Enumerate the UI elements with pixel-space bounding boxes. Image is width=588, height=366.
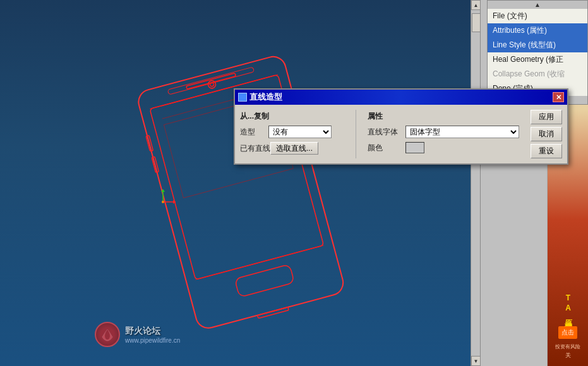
- scroll-track[interactable]: [471, 10, 481, 356]
- color-row: 颜色: [368, 142, 519, 153]
- watermark-site: 野火论坛: [125, 326, 180, 337]
- apply-button[interactable]: 应用: [531, 110, 562, 124]
- shape-select[interactable]: 没有: [268, 126, 332, 138]
- menu-item-attributes[interactable]: Attributes (属性): [488, 23, 587, 38]
- select-line-button[interactable]: 选取直线...: [270, 142, 318, 155]
- shape-row: 造型 没有: [240, 126, 344, 138]
- cancel-button[interactable]: 取消: [531, 127, 562, 141]
- column-divider: [356, 110, 356, 158]
- svg-point-14: [210, 82, 214, 86]
- ad-title: TA原油直播室: [563, 293, 573, 320]
- menu-scroll-up[interactable]: ▲: [488, 1, 587, 9]
- svg-line-10: [196, 245, 324, 280]
- dialog-col-left: 从...复制 造型 没有 已有直线 选取直线...: [240, 110, 344, 158]
- dialog-title-icon: [238, 93, 247, 102]
- menu-item-file[interactable]: File (文件): [488, 9, 587, 23]
- viewport-scrollbar[interactable]: ▲ ▼: [471, 0, 481, 366]
- dialog-title-text: 直线造型: [249, 92, 282, 103]
- menu-item-collapsegeom: Collapse Geom (收缩: [488, 67, 587, 81]
- menu-item-linestyle[interactable]: Line Style (线型值): [488, 38, 587, 52]
- font-label: 直线字体: [368, 127, 405, 138]
- dialog-body: 从...复制 造型 没有 已有直线 选取直线... 属性 直线字体: [235, 105, 567, 163]
- dialog-title-area: 直线造型: [238, 92, 282, 103]
- svg-point-19: [162, 201, 164, 203]
- menu-item-healgeom[interactable]: Heal Geometry (修正: [488, 52, 587, 67]
- scroll-thumb[interactable]: [472, 13, 481, 32]
- existing-line-label: 已有直线: [240, 143, 270, 154]
- dialog-col-right: 属性 直线字体 固体字型 颜色: [368, 110, 519, 158]
- color-swatch[interactable]: [405, 142, 424, 153]
- font-select[interactable]: 固体字型: [405, 126, 519, 138]
- dialog-buttons: 应用 取消 重设: [531, 110, 562, 158]
- reset-button[interactable]: 重设: [531, 144, 562, 158]
- color-label: 颜色: [368, 143, 405, 153]
- svg-rect-4: [234, 264, 294, 297]
- watermark: 野火论坛 www.pipewildfire.cn: [95, 322, 180, 347]
- dialog-titlebar[interactable]: 直线造型 ✕: [235, 90, 567, 105]
- watermark-logo: [95, 322, 120, 347]
- dialog-close-button[interactable]: ✕: [553, 92, 564, 102]
- font-row: 直线字体 固体字型: [368, 126, 519, 138]
- from-copy-label: 从...复制: [240, 110, 344, 123]
- dialog-columns: 从...复制 造型 没有 已有直线 选取直线... 属性 直线字体: [240, 110, 562, 158]
- shape-label: 造型: [240, 127, 268, 138]
- cad-viewport[interactable]: 野火论坛 www.pipewildfire.cn: [0, 0, 480, 366]
- attributes-label: 属性: [368, 110, 519, 123]
- watermark-url: www.pipewildfire.cn: [125, 337, 180, 344]
- dialog-window: 直线造型 ✕ 从...复制 造型 没有 已有直线 选取直线...: [234, 88, 568, 165]
- ad-close[interactable]: 关: [565, 351, 571, 360]
- ad-disclaimer: 投资有风险: [555, 343, 580, 350]
- ad-click-button[interactable]: 点击: [558, 326, 577, 339]
- existing-line-row: 已有直线 选取直线...: [240, 142, 344, 155]
